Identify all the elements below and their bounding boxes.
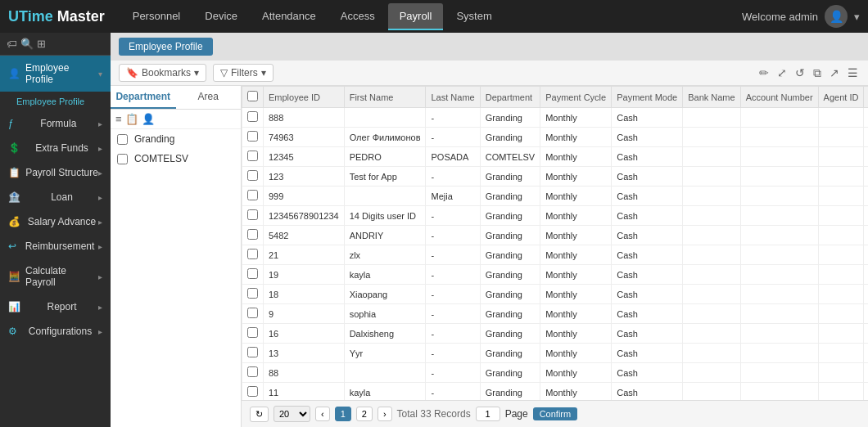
row-checkbox[interactable] xyxy=(242,147,264,167)
nav-payroll[interactable]: Payroll xyxy=(388,3,444,30)
row-checkbox[interactable] xyxy=(242,324,264,344)
total-records: Total 33 Records xyxy=(397,408,471,420)
row-cycle: Monthly xyxy=(540,206,612,226)
sidebar-item-loan[interactable]: 🏦 Loan ▸ xyxy=(0,185,111,209)
row-employee-id[interactable]: 16 xyxy=(264,324,345,344)
filters-button[interactable]: ▽ Filters ▾ xyxy=(213,64,274,82)
row-checkbox[interactable] xyxy=(242,304,264,324)
expand-toolbar-icon[interactable]: ⤢ xyxy=(775,65,789,82)
tag-icon[interactable]: 🏷 xyxy=(7,38,17,50)
logo: UTime Master xyxy=(8,8,105,25)
dept-granding-checkbox[interactable] xyxy=(117,134,128,145)
tab-employee-profile[interactable]: Employee Profile xyxy=(119,38,213,56)
dept-comtelsv[interactable]: COMTELSV xyxy=(111,149,241,169)
export-toolbar-icon[interactable]: ↗ xyxy=(828,65,841,82)
row-cycle: Monthly xyxy=(540,363,612,383)
row-mode: Cash xyxy=(612,363,683,383)
refresh-toolbar-icon[interactable]: ↺ xyxy=(793,65,807,82)
sidebar-item-calculate-payroll[interactable]: 🧮 Calculate Payroll ▸ xyxy=(0,258,111,294)
nav-system[interactable]: System xyxy=(445,3,503,30)
row-employee-id[interactable]: 13 xyxy=(264,344,345,363)
bookmarks-button[interactable]: 🔖 Bookmarks ▾ xyxy=(119,64,206,82)
nav-access[interactable]: Access xyxy=(329,3,387,30)
row-employee-id[interactable]: 74963 xyxy=(264,128,345,147)
page-jump-input[interactable] xyxy=(476,407,500,421)
row-account xyxy=(740,108,818,128)
dept-comtelsv-label: COMTELSV xyxy=(134,153,188,164)
row-agent-account xyxy=(864,245,868,265)
row-employee-id[interactable]: 123 xyxy=(264,167,345,187)
grid-panel-icon[interactable]: 📋 xyxy=(125,113,138,125)
row-last-name: - xyxy=(426,206,480,226)
sidebar-item-extra-funds[interactable]: 💲 Extra Funds ▸ xyxy=(0,136,111,160)
row-bank xyxy=(683,265,740,285)
sidebar-item-report[interactable]: 📊 Report ▸ xyxy=(0,294,111,319)
welcome-text: Welcome admin xyxy=(742,11,818,23)
dept-comtelsv-checkbox[interactable] xyxy=(117,154,128,164)
row-checkbox[interactable] xyxy=(242,128,264,147)
search-icon[interactable]: 🔍 xyxy=(20,38,34,50)
dropdown-arrow-icon[interactable]: ▾ xyxy=(854,11,860,23)
select-all-checkbox[interactable] xyxy=(247,91,258,101)
row-checkbox[interactable] xyxy=(242,344,264,363)
sidebar-item-payroll-structure[interactable]: 📋 Payroll Structure ▸ xyxy=(0,160,111,185)
row-checkbox[interactable] xyxy=(242,167,264,187)
sidebar-item-employee-profile[interactable]: 👤 Employee Profile ▾ xyxy=(0,56,111,92)
row-checkbox[interactable] xyxy=(242,226,264,245)
row-employee-id[interactable]: 5482 xyxy=(264,226,345,245)
row-checkbox[interactable] xyxy=(242,187,264,206)
row-checkbox[interactable] xyxy=(242,206,264,226)
row-first-name: sophia xyxy=(344,304,426,324)
col-checkbox xyxy=(242,87,264,108)
menu-toolbar-icon[interactable]: ☰ xyxy=(846,65,860,82)
prev-page-btn[interactable]: ‹ xyxy=(315,407,330,421)
row-checkbox[interactable] xyxy=(242,108,264,128)
tab-department[interactable]: Department xyxy=(111,86,176,109)
duplicate-toolbar-icon[interactable]: ⧉ xyxy=(811,65,823,82)
row-bank xyxy=(683,167,740,187)
row-employee-id[interactable]: 21 xyxy=(264,245,345,265)
row-checkbox[interactable] xyxy=(242,285,264,304)
page-1-btn[interactable]: 1 xyxy=(335,407,351,421)
row-employee-id[interactable]: 88 xyxy=(264,363,345,383)
sidebar-item-reimbursement[interactable]: ↩ Reimbursement ▸ xyxy=(0,234,111,258)
row-employee-id[interactable]: 18 xyxy=(264,285,345,304)
row-employee-id[interactable]: 9 xyxy=(264,304,345,324)
row-checkbox[interactable] xyxy=(242,245,264,265)
sidebar: 🏷 🔍 ⊞ 👤 Employee Profile ▾ Employee Prof… xyxy=(0,33,111,427)
tab-area[interactable]: Area xyxy=(176,86,242,109)
row-dept: Granding xyxy=(480,108,540,128)
row-employee-id[interactable]: 999 xyxy=(264,187,345,206)
sidebar-item-formula[interactable]: ƒ Formula ▸ xyxy=(0,111,111,136)
list-icon[interactable]: ≡ xyxy=(115,113,122,125)
sidebar-employee-profile-arrow: ▾ xyxy=(98,70,102,79)
row-first-name: zlx xyxy=(344,245,426,265)
person-icon[interactable]: 👤 xyxy=(142,113,155,125)
row-employee-id[interactable]: 11 xyxy=(264,383,345,401)
row-checkbox[interactable] xyxy=(242,363,264,383)
row-employee-id[interactable]: 12345678901234 xyxy=(264,206,345,226)
row-employee-id[interactable]: 19 xyxy=(264,265,345,285)
row-employee-id[interactable]: 12345 xyxy=(264,147,345,167)
row-employee-id[interactable]: 888 xyxy=(264,108,345,128)
edit-toolbar-icon[interactable]: ✏ xyxy=(757,65,771,82)
dept-granding[interactable]: Granding xyxy=(111,129,241,149)
sidebar-sub-employee-profile[interactable]: Employee Profile xyxy=(0,92,111,111)
grid-icon[interactable]: ⊞ xyxy=(37,38,46,50)
nav-personnel[interactable]: Personnel xyxy=(121,3,192,30)
employee-profile-icon: 👤 xyxy=(8,68,20,79)
page-2-btn[interactable]: 2 xyxy=(356,407,373,421)
row-checkbox[interactable] xyxy=(242,265,264,285)
per-page-select[interactable]: 20 50 100 xyxy=(274,406,310,422)
confirm-btn[interactable]: Confirm xyxy=(533,407,578,420)
user-avatar[interactable]: 👤 xyxy=(825,5,848,28)
refresh-pagination-btn[interactable]: ↻ xyxy=(250,407,269,422)
row-checkbox[interactable] xyxy=(242,383,264,401)
nav-device[interactable]: Device xyxy=(193,3,249,30)
next-page-btn[interactable]: › xyxy=(377,407,392,421)
row-dept: Granding xyxy=(480,324,540,344)
nav-attendance[interactable]: Attendance xyxy=(251,3,328,30)
row-account xyxy=(740,128,818,147)
sidebar-item-configurations[interactable]: ⚙ Configurations ▸ xyxy=(0,319,111,344)
sidebar-item-salary-advance[interactable]: 💰 Salary Advance ▸ xyxy=(0,209,111,234)
